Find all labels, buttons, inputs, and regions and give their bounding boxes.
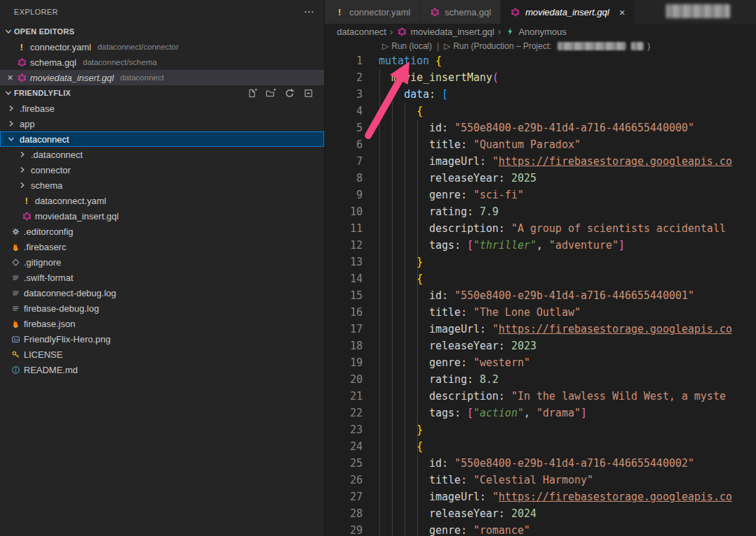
tab-schema-gql[interactable]: schema.gql bbox=[420, 0, 500, 24]
code-line[interactable]: 7 imageUrl: "https://firebasestorage.goo… bbox=[325, 153, 756, 170]
section-open-editors[interactable]: OPEN EDITORS bbox=[0, 24, 324, 39]
line-number: 11 bbox=[325, 220, 363, 237]
breadcrumb-item-anonymous[interactable]: Anonymous bbox=[504, 26, 567, 37]
warning-icon: ! bbox=[21, 195, 32, 206]
code-line[interactable]: 12 tags: ["thriller", "adventure"] bbox=[325, 237, 756, 254]
chevron-right-icon bbox=[17, 164, 28, 175]
breadcrumb-separator-icon: › bbox=[390, 26, 393, 37]
code-line[interactable]: 17 imageUrl: "https://firebasestorage.go… bbox=[325, 321, 756, 338]
line-number: 9 bbox=[325, 187, 363, 203]
code-line[interactable]: 29 genre: "romance" bbox=[325, 522, 756, 536]
code-line[interactable]: 22 tags: ["action", "drama"] bbox=[325, 405, 756, 421]
tree-item-firebase-json[interactable]: firebase.json bbox=[0, 316, 324, 331]
code-line[interactable]: 19 genre: "western" bbox=[325, 354, 756, 371]
breadcrumb-separator-icon: › bbox=[497, 26, 501, 37]
open-editor-schema-gql[interactable]: schema.gqldataconnect/schema bbox=[0, 55, 324, 70]
code-line[interactable]: 10 rating: 7.9 bbox=[325, 203, 756, 220]
tree-item-app[interactable]: app bbox=[0, 116, 324, 131]
doc-icon bbox=[10, 303, 21, 314]
code-line[interactable]: 15 id: "550e8400-e29b-41d4-a716-44665544… bbox=[325, 287, 756, 304]
open-editor-connector-yaml[interactable]: !connector.yamldataconnect/connector bbox=[0, 39, 324, 55]
more-actions-icon[interactable]: ⋯ bbox=[304, 6, 314, 18]
tree-item-label: README.md bbox=[24, 365, 78, 375]
tree-item-readme-md[interactable]: README.md bbox=[0, 362, 324, 377]
line-number: 27 bbox=[325, 488, 363, 505]
tree-item-dataconnect-yaml[interactable]: !dataconnect.yaml bbox=[0, 193, 324, 208]
code-line[interactable]: 11 description: "A group of scientists a… bbox=[325, 220, 756, 237]
open-editor-moviedata-insert-gql[interactable]: ×moviedata_insert.gqldataconnect bbox=[0, 70, 324, 85]
tree-item-connector[interactable]: connector bbox=[0, 162, 324, 178]
close-editor-icon[interactable]: × bbox=[4, 72, 16, 83]
code-line[interactable]: 23 } bbox=[325, 421, 756, 438]
tree-item-firebase[interactable]: .firebase bbox=[0, 101, 324, 116]
tree-item-editorconfig[interactable]: .editorconfig bbox=[0, 224, 324, 239]
tree-item-swift-format[interactable]: .swift-format bbox=[0, 270, 324, 285]
code-line[interactable]: 5 id: "550e8400-e29b-41d4-a716-446655440… bbox=[325, 119, 756, 136]
tree-item-license[interactable]: LICENSE bbox=[0, 347, 324, 362]
code-line[interactable]: 9 genre: "sci-fi" bbox=[325, 187, 756, 203]
code-text: id: "550e8400-e29b-41d4-a716-44665544000… bbox=[379, 119, 695, 136]
chevron-down-icon bbox=[3, 26, 14, 37]
code-line[interactable]: 4 { bbox=[325, 103, 756, 119]
code-line[interactable]: 24 { bbox=[325, 438, 756, 455]
tab-label: connector.yaml bbox=[349, 7, 410, 17]
tree-item-label: FriendlyFlix-Hero.png bbox=[24, 334, 110, 345]
breadcrumb-item-dataconnect[interactable]: dataconnect bbox=[337, 27, 386, 37]
refresh-button[interactable] bbox=[283, 87, 296, 99]
codelens-run-production[interactable]: ▷ Run (Production – Project: ) bbox=[444, 41, 650, 51]
section-workspace[interactable]: FRIENDLYFLIX bbox=[0, 85, 324, 101]
line-number: 6 bbox=[325, 136, 363, 153]
firebase-icon bbox=[10, 318, 21, 329]
gear-icon bbox=[10, 226, 21, 237]
new-folder-button[interactable] bbox=[264, 87, 277, 99]
codelens-run-local[interactable]: ▷ Run (local) bbox=[382, 41, 432, 51]
tab-connector-yaml[interactable]: !connector.yaml bbox=[325, 0, 420, 24]
tree-item-friendlyflix-hero-png[interactable]: FriendlyFlix-Hero.png bbox=[0, 331, 324, 347]
tab-moviedata-insert-gql[interactable]: moviedata_insert.gql× bbox=[501, 0, 635, 24]
code-line[interactable]: 16 title: "The Lone Outlaw" bbox=[325, 304, 756, 321]
code-line[interactable]: 28 releaseYear: 2024 bbox=[325, 505, 756, 522]
tree-item-gitignore[interactable]: .gitignore bbox=[0, 254, 324, 270]
workspace-label: FRIENDLYFLIX bbox=[14, 89, 71, 97]
tree-item-dataconnect[interactable]: dataconnect bbox=[0, 131, 324, 147]
tree-item-firebase-debug-log[interactable]: firebase-debug.log bbox=[0, 300, 324, 316]
code-line[interactable]: 14 { bbox=[325, 270, 756, 287]
code-line[interactable]: 26 title: "Celestial Harmony" bbox=[325, 472, 756, 488]
code-text: imageUrl: "https://firebasestorage.googl… bbox=[379, 153, 732, 170]
code-line[interactable]: 6 title: "Quantum Paradox" bbox=[325, 136, 756, 153]
code-line[interactable]: 2 movie_insertMany( bbox=[325, 69, 756, 86]
tree-item-dataconnect-debug-log[interactable]: dataconnect-debug.log bbox=[0, 285, 324, 300]
code-line[interactable]: 18 releaseYear: 2023 bbox=[325, 338, 756, 354]
code-line[interactable]: 3 data: [ bbox=[325, 86, 756, 103]
codelens-separator: | bbox=[437, 41, 439, 51]
code-line[interactable]: 8 releaseYear: 2025 bbox=[325, 170, 756, 187]
breadcrumb-label: Anonymous bbox=[518, 27, 567, 37]
code-line[interactable]: 13 } bbox=[325, 254, 756, 270]
tree-item-label: .gitignore bbox=[24, 257, 61, 268]
code-line[interactable]: 21 description: "In the lawless Wild Wes… bbox=[325, 388, 756, 405]
tree-item-firebaserc[interactable]: .firebaserc bbox=[0, 239, 324, 254]
line-number: 22 bbox=[325, 405, 363, 421]
code-text: id: "550e8400-e29b-41d4-a716-44665544000… bbox=[379, 455, 695, 472]
tree-item-moviedata-insert-gql[interactable]: moviedata_insert.gql bbox=[0, 208, 324, 224]
code-line[interactable]: 27 imageUrl: "https://firebasestorage.go… bbox=[325, 488, 756, 505]
new-file-button[interactable] bbox=[245, 87, 258, 99]
code-text: genre: "romance" bbox=[379, 522, 530, 536]
code-line[interactable]: 20 rating: 8.2 bbox=[325, 371, 756, 388]
tree-item-dataconnect[interactable]: .dataconnect bbox=[0, 147, 324, 162]
explorer-header: EXPLORER ⋯ bbox=[0, 0, 324, 24]
file-tree: .firebaseappdataconnect.dataconnectconne… bbox=[0, 101, 324, 377]
code-line[interactable]: 1mutation { bbox=[325, 52, 756, 69]
chevron-right-icon bbox=[6, 118, 17, 129]
code-editor[interactable]: 1mutation {2 movie_insertMany(3 data: [4… bbox=[325, 52, 756, 536]
breadcrumb-item-moviedata-insert-gql[interactable]: moviedata_insert.gql bbox=[397, 26, 495, 37]
collapse-all-button[interactable] bbox=[302, 87, 314, 99]
line-number: 7 bbox=[325, 153, 363, 170]
editor-group: !connector.yamlschema.gqlmoviedata_inser… bbox=[325, 0, 756, 536]
breadcrumb-label: dataconnect bbox=[337, 27, 386, 37]
code-line[interactable]: 25 id: "550e8400-e29b-41d4-a716-44665544… bbox=[325, 455, 756, 472]
tree-item-schema[interactable]: schema bbox=[0, 178, 324, 193]
close-tab-icon[interactable]: × bbox=[619, 7, 625, 17]
redacted-project-suffix bbox=[631, 42, 644, 50]
run-production-suffix: ) bbox=[647, 41, 650, 51]
